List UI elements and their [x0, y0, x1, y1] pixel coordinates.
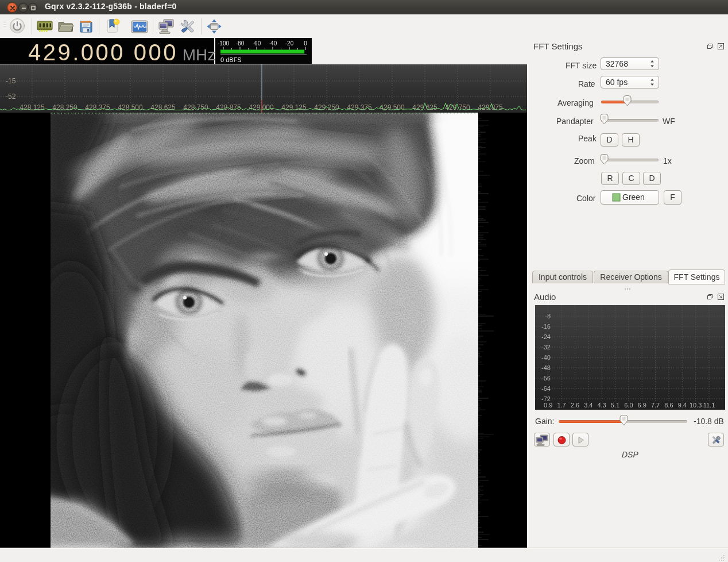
svg-text:1.7: 1.7	[557, 402, 566, 409]
svg-text:428.500: 428.500	[118, 103, 143, 111]
svg-text:428.375: 428.375	[85, 103, 110, 111]
svg-text:7.7: 7.7	[651, 402, 660, 409]
svg-text:-80: -80	[236, 40, 245, 47]
svg-text:3.4: 3.4	[584, 402, 593, 409]
svg-text:9.4: 9.4	[678, 402, 687, 409]
svg-text:8.6: 8.6	[664, 402, 673, 409]
svg-text:-20: -20	[285, 40, 294, 47]
svg-text:-60: -60	[253, 40, 261, 47]
svg-text:6.0: 6.0	[624, 402, 633, 409]
svg-text:-100: -100	[218, 40, 229, 47]
svg-text:6.9: 6.9	[638, 402, 646, 409]
svg-text:0.9: 0.9	[544, 402, 552, 409]
svg-text:0: 0	[304, 40, 307, 47]
svg-text:429.125: 429.125	[281, 103, 307, 111]
svg-text:-52: -52	[6, 93, 16, 101]
svg-text:5.1: 5.1	[611, 402, 619, 409]
svg-text:428.875: 428.875	[216, 103, 241, 111]
svg-text:4.3: 4.3	[597, 402, 606, 409]
svg-text:428.750: 428.750	[183, 103, 208, 111]
svg-text:428.250: 428.250	[52, 103, 78, 111]
svg-text:428.625: 428.625	[150, 103, 176, 111]
svg-text:2.6: 2.6	[571, 402, 579, 409]
svg-text:10.3: 10.3	[690, 402, 702, 409]
svg-text:429.375: 429.375	[347, 103, 372, 111]
svg-text:0 dBFS: 0 dBFS	[220, 56, 242, 63]
svg-text:-15: -15	[6, 77, 16, 85]
svg-text:429.250: 429.250	[314, 103, 339, 111]
svg-text:429.875: 429.875	[478, 103, 503, 111]
svg-text:429.625: 429.625	[412, 103, 437, 111]
svg-text:11.1: 11.1	[703, 402, 715, 409]
svg-text:-40: -40	[269, 40, 277, 47]
